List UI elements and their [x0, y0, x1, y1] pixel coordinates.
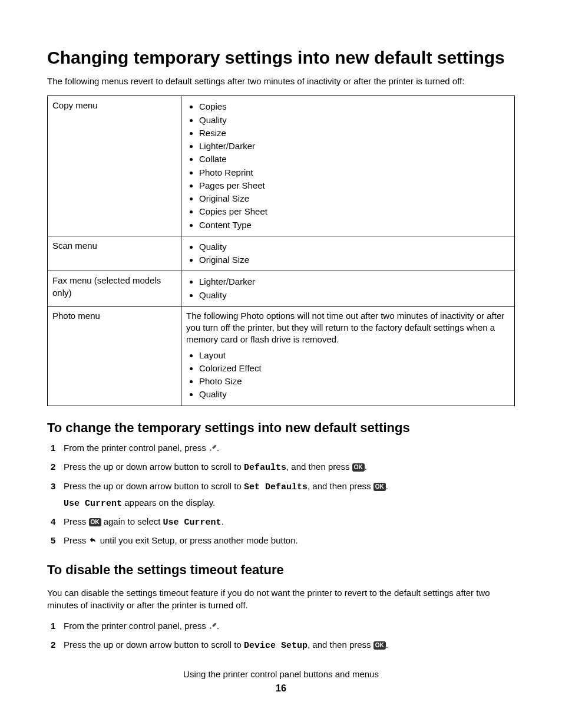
step-text: From the printer control panel, press: [64, 443, 209, 453]
list-item: Colorized Effect: [199, 363, 510, 374]
row-content: Lighter/Darker Quality: [181, 271, 515, 307]
step-item: Press the up or down arrow button to scr…: [47, 461, 515, 474]
menu-code: Use Current: [163, 518, 222, 528]
table-row: Copy menu Copies Quality Resize Lighter/…: [48, 96, 515, 236]
step-item: From the printer control panel, press .: [47, 620, 515, 633]
list-item: Content Type: [199, 219, 510, 231]
step-text: , and then press: [308, 481, 373, 491]
list-item: Copies: [199, 101, 510, 113]
step-text: .: [386, 481, 388, 491]
list-item: Collate: [199, 153, 510, 165]
step-text: again to select: [101, 516, 163, 526]
step-text: .: [365, 462, 367, 472]
table-row: Photo menu The following Photo options w…: [48, 306, 515, 406]
list-item: Copies per Sheet: [199, 206, 510, 218]
row-content: Quality Original Size: [181, 236, 515, 271]
step-text: Press the up or down arrow button to scr…: [64, 481, 244, 491]
section-heading: To change the temporary settings into ne…: [47, 419, 515, 437]
step-text: .: [386, 640, 388, 650]
menu-code: Defaults: [244, 463, 286, 473]
back-icon: [89, 536, 98, 548]
menu-code: Device Setup: [244, 641, 308, 651]
display-code: Use Current: [64, 499, 122, 509]
step-text: Press the up or down arrow button to scr…: [64, 640, 244, 650]
step-text: .: [222, 516, 224, 526]
step-item: Press the up or down arrow button to scr…: [47, 480, 515, 510]
footer-title: Using the printer control panel buttons …: [47, 668, 515, 680]
step-text: .: [217, 621, 219, 631]
list-item: Photo Reprint: [199, 167, 510, 179]
step-text: appears on the display.: [122, 498, 215, 508]
table-row: Scan menu Quality Original Size: [48, 236, 515, 271]
ok-icon: OK: [373, 483, 386, 491]
step-text: From the printer control panel, press: [64, 621, 209, 631]
row-content: The following Photo options will not tim…: [181, 306, 515, 406]
step-text: Press the up or down arrow button to scr…: [64, 462, 244, 472]
row-label: Scan menu: [48, 236, 181, 271]
steps-list: From the printer control panel, press . …: [47, 620, 515, 653]
page-footer: Using the printer control panel buttons …: [47, 668, 515, 694]
list-item: Quality: [199, 388, 510, 400]
row-label: Fax menu (selected models only): [48, 271, 181, 307]
ok-icon: OK: [89, 518, 101, 526]
step-text: , and then press: [286, 462, 352, 472]
ok-icon: OK: [373, 641, 386, 650]
footer-page-number: 16: [47, 682, 515, 695]
list-item: Quality: [199, 241, 510, 253]
step-text: .: [217, 443, 219, 453]
step-item: Press until you exit Setup, or press ano…: [47, 535, 515, 548]
step-item: From the printer control panel, press .: [47, 442, 515, 455]
list-item: Quality: [199, 289, 510, 301]
list-item: Resize: [199, 127, 510, 139]
row-label: Photo menu: [48, 306, 181, 406]
intro-text: The following menus revert to default se…: [47, 75, 515, 87]
row-label: Copy menu: [48, 96, 181, 236]
steps-list: From the printer control panel, press . …: [47, 442, 515, 548]
table-row: Fax menu (selected models only) Lighter/…: [48, 271, 515, 307]
list-item: Original Size: [199, 254, 510, 266]
list-item: Lighter/Darker: [199, 140, 510, 152]
row-content: Copies Quality Resize Lighter/Darker Col…: [181, 96, 515, 236]
list-item: Original Size: [199, 193, 510, 205]
step-item: Press OK again to select Use Current.: [47, 516, 515, 529]
list-item: Layout: [199, 350, 510, 361]
step-text: Press: [64, 535, 89, 545]
step-text: until you exit Setup, or press another m…: [98, 535, 298, 545]
list-item: Lighter/Darker: [199, 276, 510, 288]
wrench-icon: [209, 443, 217, 455]
settings-table: Copy menu Copies Quality Resize Lighter/…: [47, 95, 515, 406]
step-text: , and then press: [308, 640, 373, 650]
step-text: Press: [64, 516, 89, 526]
section-intro: You can disable the settings timeout fea…: [47, 587, 515, 611]
ok-icon: OK: [352, 463, 365, 472]
section-heading: To disable the settings timeout feature: [47, 561, 515, 579]
list-item: Pages per Sheet: [199, 180, 510, 192]
row-note: The following Photo options will not tim…: [186, 310, 510, 346]
page-title: Changing temporary settings into new def…: [47, 47, 515, 68]
menu-code: Set Defaults: [244, 482, 308, 492]
wrench-icon: [209, 621, 217, 633]
list-item: Photo Size: [199, 375, 510, 387]
step-item: Press the up or down arrow button to scr…: [47, 639, 515, 652]
list-item: Quality: [199, 114, 510, 126]
